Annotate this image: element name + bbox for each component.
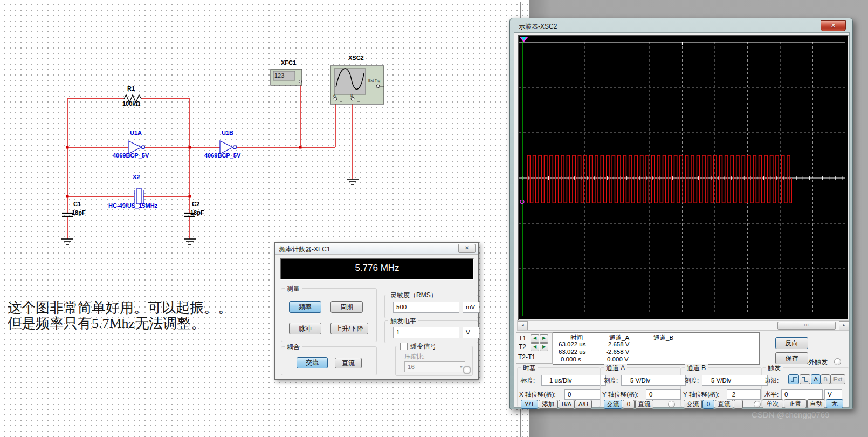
falling-edge-icon[interactable] <box>800 374 810 384</box>
scope-screen <box>518 35 849 320</box>
trigger-level-label: 水平: <box>764 391 779 399</box>
yt-mode-button[interactable]: Y/T <box>521 400 538 409</box>
t1-right-icon[interactable]: ▶ <box>540 334 548 343</box>
xsc2-b-terminal-label: B <box>350 93 353 97</box>
pulse-button[interactable]: 脉冲 <box>289 323 321 334</box>
channel-a-probe-radio[interactable] <box>668 401 675 408</box>
frequency-counter-dialog[interactable]: 频率计数器-XFC1 ✕ 5.776 MHz 测量 频率 周期 脉冲 上升/下降… <box>274 242 479 380</box>
c1-refdes[interactable]: C1 <box>73 201 81 207</box>
channel-b-dc-button[interactable]: 直流 <box>715 400 733 409</box>
compression-ratio-label: 压缩比: <box>404 353 425 361</box>
sensitivity-input[interactable]: 500 <box>393 302 459 313</box>
scope-horizontal-scrollbar[interactable]: ◂ ▸ III <box>517 320 849 331</box>
c2-value[interactable]: 18pF <box>190 209 204 216</box>
ac-coupling-button[interactable]: 交流 <box>297 357 328 368</box>
slow-signal-group: 缓变信号 压缩比: 16 ▾ <box>395 346 473 376</box>
compression-ratio-value: 16 <box>408 364 415 370</box>
scroll-left-icon[interactable]: ◂ <box>518 321 528 330</box>
rising-edge-icon[interactable] <box>788 374 799 384</box>
trigger-level-group-label: 触发电平 <box>388 317 418 326</box>
channel-b-scale-value[interactable]: 5 V/Div <box>702 375 768 386</box>
t2t1-a: 0.000 V <box>607 356 629 363</box>
u1b-refdes[interactable]: U1B <box>222 129 233 136</box>
channel-a-dc-button[interactable]: 直流 <box>635 400 653 409</box>
sensitivity-unit[interactable]: mV <box>463 302 479 313</box>
r1-value[interactable]: 100kΩ <box>122 100 140 107</box>
u1b-value[interactable]: 4069BCP_5V <box>204 152 240 159</box>
trigger-level-input[interactable]: 1 <box>393 327 459 338</box>
u1a-value[interactable]: 4069BCP_5V <box>113 152 149 159</box>
trigger-source-a-button[interactable]: A <box>811 374 821 384</box>
capacitor-c1-symbol[interactable] <box>62 213 73 216</box>
channel-b-minus-button[interactable]: - <box>734 400 743 409</box>
slow-signal-checkbox[interactable] <box>400 343 408 350</box>
channel-a-legend: 通道 A <box>604 364 627 373</box>
ground-symbols[interactable] <box>61 179 359 244</box>
channel-b-ypos-value[interactable]: -2 <box>727 389 761 400</box>
wire-junctions <box>66 146 302 198</box>
channel-a-scale-value[interactable]: 5 V/Div <box>621 375 686 386</box>
x2-value[interactable]: HC-49/US_15MHz <box>108 202 157 209</box>
trigger-edge-label: 边沿: <box>764 377 779 385</box>
t2-right-icon[interactable]: ▶ <box>540 343 548 351</box>
annotation-line-1: 这个图非常简单好用。可以起振。。 <box>8 300 232 316</box>
timebase-scale-value[interactable]: 1 us/Div <box>541 375 606 386</box>
trigger-legend: 触发 <box>766 364 783 373</box>
trigger-auto-button[interactable]: 自动 <box>807 399 825 408</box>
freq-counter-title: 频率计数器-XFC1 <box>279 245 330 254</box>
freq-button[interactable]: 频率 <box>289 301 321 313</box>
channel-a-ypos-value[interactable]: 0 <box>646 389 681 400</box>
trigger-level-value[interactable]: 0 <box>781 389 823 399</box>
freq-counter-titlebar[interactable]: 频率计数器-XFC1 ✕ <box>275 243 478 255</box>
close-icon[interactable]: ✕ <box>821 20 846 31</box>
close-icon[interactable]: ✕ <box>458 244 476 253</box>
trigger-level-unit[interactable]: V <box>824 389 842 399</box>
dc-coupling-button[interactable]: 直流 <box>335 358 362 368</box>
t1-a: -2.658 V <box>606 341 629 347</box>
c2-refdes[interactable]: C2 <box>192 201 199 207</box>
reverse-button[interactable]: 反向 <box>775 337 808 349</box>
scroll-right-icon[interactable]: ▸ <box>839 321 849 330</box>
trigger-normal-button[interactable]: 正常 <box>784 399 807 408</box>
timebase-xpos-value[interactable]: 0 <box>564 389 601 400</box>
channel-a-zero-button[interactable]: 0 <box>623 400 635 409</box>
c1-value[interactable]: 18pF <box>72 209 86 216</box>
channel-b-probe-radio[interactable] <box>754 401 761 408</box>
scrollbar-thumb[interactable]: III <box>777 322 836 330</box>
trigger-level-unit[interactable]: V <box>463 327 479 338</box>
xsc2-ext-trig-label: Ext Trg <box>368 79 380 83</box>
xfc1-refdes[interactable]: XFC1 <box>281 59 296 66</box>
save-button[interactable]: 保存 <box>775 352 808 364</box>
t2-left-icon[interactable]: ◀ <box>531 343 539 351</box>
timebase-legend: 时基 <box>521 364 538 373</box>
trigger-source-b-button[interactable]: B <box>821 374 830 384</box>
compression-ratio-dropdown[interactable]: 16 ▾ <box>404 361 465 372</box>
wires[interactable] <box>67 83 353 239</box>
cursor-control-box: T1 ◀ ▶ T2 ◀ ▶ T2-T1 <box>516 332 553 364</box>
readout-table: 时间 通道_A 通道_B 63.022 us -2.658 V 63.022 u… <box>553 332 760 365</box>
trigger-source-ext-button[interactable]: Ext <box>830 374 845 384</box>
period-button[interactable]: 周期 <box>330 301 363 313</box>
xsc2-refdes[interactable]: XSC2 <box>348 54 364 61</box>
oscilloscope-window[interactable]: 示波器-XSC2 ✕ ◂ ▸ III T1 ◀ ▶ T2 ◀ ▶ T2-T1 时… <box>509 18 853 409</box>
multisim-workspace: R1 100kΩ U1A 4069BCP_5V U1B 4069BCP_5V X… <box>0 0 868 437</box>
xfc1-display-value: 123 <box>274 72 284 79</box>
ba-mode-button[interactable]: B/A <box>559 400 575 409</box>
u1a-refdes[interactable]: U1A <box>130 129 142 136</box>
oscilloscope-icon[interactable] <box>330 66 384 104</box>
x2-refdes[interactable]: X2 <box>133 174 140 180</box>
t2-time: 63.022 us <box>559 349 586 355</box>
trigger-none-button[interactable]: 无 <box>826 399 843 408</box>
crystal-symbol[interactable] <box>134 189 143 204</box>
channel-b-zero-button[interactable]: 0 <box>702 400 714 409</box>
r1-refdes[interactable]: R1 <box>127 85 135 92</box>
channel-b-ac-button[interactable]: 交流 <box>684 400 702 409</box>
coupling-group-label: 耦合 <box>285 343 302 352</box>
ab-mode-button[interactable]: A/B <box>575 400 592 409</box>
t1-left-icon[interactable]: ◀ <box>531 334 539 343</box>
trigger-single-button[interactable]: 单次 <box>762 399 783 408</box>
ext-trigger-radio[interactable] <box>834 358 841 365</box>
add-mode-button[interactable]: 添加 <box>539 400 558 409</box>
rise-fall-button[interactable]: 上升/下降 <box>330 323 368 334</box>
channel-a-ac-button[interactable]: 交流 <box>604 400 622 409</box>
